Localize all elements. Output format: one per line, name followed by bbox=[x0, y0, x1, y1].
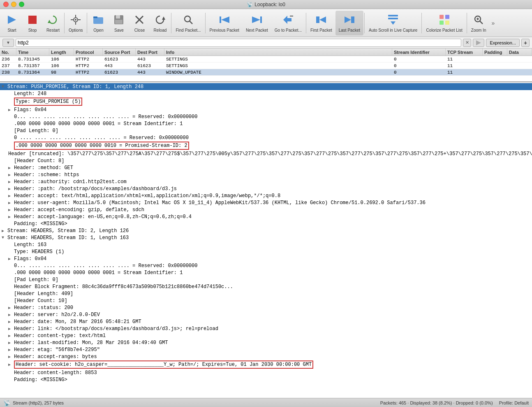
detail-row[interactable]: Length: 163 bbox=[0, 241, 532, 248]
detail-row[interactable]: Header: server: h2o/2.0.0-DEV bbox=[0, 311, 532, 318]
detail-row[interactable]: Length: 248 bbox=[0, 90, 532, 97]
detail-row[interactable]: 0... .... .... .... .... .... .... .... … bbox=[0, 262, 532, 269]
detail-row[interactable]: Type: PUSH_PROMISE (5) bbox=[0, 97, 532, 106]
expand-arrow[interactable] bbox=[8, 362, 14, 367]
packet-row[interactable]: 237 8.731357 106 HTTP2 443 61623 SETTING… bbox=[0, 63, 532, 69]
prev-packet-button[interactable]: Previous Packet bbox=[206, 11, 243, 35]
detail-row[interactable]: Header: etag: "56f8b7e4-2295" bbox=[0, 346, 532, 353]
expand-arrow[interactable] bbox=[8, 319, 14, 324]
filter-dropdown-button[interactable]: ▼ bbox=[2, 39, 14, 47]
detail-row[interactable]: Header: :authority: cdn1.http2test.com bbox=[0, 178, 532, 185]
detail-row[interactable]: .000 0000 0000 0000 0000 0000 0001 = Str… bbox=[0, 269, 532, 276]
expand-arrow[interactable] bbox=[8, 326, 14, 331]
close-file-label: Close bbox=[134, 28, 145, 33]
close-file-button[interactable]: Close bbox=[129, 11, 150, 35]
open-button[interactable]: Open bbox=[88, 11, 109, 35]
detail-row[interactable]: Header: date: Mon, 28 Mar 2016 05:48:21 … bbox=[0, 318, 532, 325]
detail-row[interactable]: Padding: <MISSING> bbox=[0, 376, 532, 383]
detail-row[interactable]: .000 0000 0000 0000 0000 0000 0001 = Str… bbox=[0, 120, 532, 127]
detail-row[interactable]: .000 0000 0000 0000 0000 0000 0010 = Pro… bbox=[0, 141, 532, 150]
detail-row[interactable]: Header: accept-encoding: gzip, deflate, … bbox=[0, 206, 532, 213]
last-packet-button[interactable]: Last Packet bbox=[335, 11, 363, 35]
detail-text: Length: 248 bbox=[14, 91, 46, 97]
detail-row[interactable]: [Header Length: 409] bbox=[0, 290, 532, 297]
filter-input[interactable] bbox=[16, 39, 461, 47]
detail-row[interactable]: Flags: 0x04 bbox=[0, 106, 532, 113]
detail-row[interactable]: Padding: <MISSING> bbox=[0, 220, 532, 227]
options-button[interactable]: Options bbox=[65, 11, 86, 35]
statusbar: 📡 Stream (http2), 257 bytes Packets: 465… bbox=[0, 398, 532, 407]
detail-row[interactable]: [Pad Length: 0] bbox=[0, 276, 532, 283]
reload-button[interactable]: Reload bbox=[150, 11, 170, 35]
goto-packet-button[interactable]: Go to Packet... bbox=[271, 11, 305, 35]
expand-arrow[interactable] bbox=[8, 186, 14, 191]
filter-clear-button[interactable]: ✕ bbox=[463, 39, 471, 47]
detail-row[interactable]: Header Block Fragment: 88c4c36da9fff8c46… bbox=[0, 283, 532, 290]
detail-row[interactable]: Header: content-type: text/html bbox=[0, 332, 532, 339]
expand-arrow[interactable] bbox=[8, 354, 14, 359]
detail-row[interactable]: Header: :status: 200 bbox=[0, 304, 532, 311]
expand-arrow[interactable] bbox=[8, 107, 14, 112]
zoomin-button[interactable]: Zoom In bbox=[468, 11, 490, 35]
add-filter-button[interactable]: + bbox=[521, 39, 530, 47]
detail-row[interactable]: Stream: PUSH_PROMISE, Stream ID: 1, Leng… bbox=[0, 83, 532, 90]
detail-row[interactable]: Header: content-length: 8853 bbox=[0, 369, 532, 376]
filterbar: ▼ ✕ Expression... + bbox=[0, 37, 532, 49]
expand-arrow[interactable] bbox=[8, 333, 14, 338]
detail-row[interactable]: [Header Count: 8] bbox=[0, 157, 532, 164]
expression-button[interactable]: Expression... bbox=[486, 39, 520, 47]
detail-row[interactable]: Header: last-modified: Mon, 28 Mar 2016 … bbox=[0, 339, 532, 346]
detail-row[interactable]: Type: HEADERS (1) bbox=[0, 248, 532, 255]
detail-row[interactable]: Stream: HEADERS, Stream ID: 1, Length 16… bbox=[0, 234, 532, 241]
expand-arrow[interactable] bbox=[8, 172, 14, 177]
expand-arrow[interactable] bbox=[8, 214, 14, 219]
packet-row[interactable]: 238 8.731364 98 HTTP2 61623 443 WINDOW_U… bbox=[0, 69, 532, 76]
expand-arrow[interactable] bbox=[2, 84, 7, 89]
detail-row[interactable]: [Pad Length: 0] bbox=[0, 127, 532, 134]
expand-arrow[interactable] bbox=[8, 200, 14, 205]
detail-row[interactable]: Header: accept-ranges: bytes bbox=[0, 353, 532, 360]
expand-arrow[interactable] bbox=[2, 228, 7, 233]
filter-apply-button[interactable] bbox=[473, 39, 484, 47]
expand-arrow[interactable] bbox=[8, 340, 14, 345]
save-button[interactable]: Save bbox=[109, 11, 129, 35]
detail-row[interactable]: Flags: 0x04 bbox=[0, 255, 532, 262]
expand-arrow[interactable] bbox=[8, 305, 14, 310]
detail-row[interactable]: 0 .... .... .... .... .... .... .... = R… bbox=[0, 134, 532, 141]
find-packet-button[interactable]: Find Packet... bbox=[172, 11, 204, 35]
restart-button[interactable]: Restart bbox=[43, 11, 63, 35]
first-packet-button[interactable]: First Packet bbox=[307, 11, 335, 35]
detail-text: Header: server: h2o/2.0.0-DEV bbox=[14, 312, 100, 318]
start-button[interactable]: Start bbox=[2, 11, 22, 35]
detail-row[interactable]: Header: :scheme: https bbox=[0, 171, 532, 178]
minimize-button[interactable] bbox=[11, 2, 16, 7]
close-button[interactable] bbox=[3, 2, 9, 7]
detail-row[interactable]: Header [truncated]: \357\277\275\357\277… bbox=[0, 150, 532, 157]
expand-arrow[interactable] bbox=[2, 235, 7, 240]
detail-row[interactable]: Header: :method: GET bbox=[0, 164, 532, 171]
colorize-button[interactable]: Colorize Packet List bbox=[423, 11, 465, 35]
maximize-button[interactable] bbox=[19, 2, 24, 7]
autoscroll-button[interactable]: Auto Scroll in Live Capture bbox=[365, 11, 421, 35]
expand-arrow[interactable] bbox=[8, 193, 14, 198]
expand-arrow[interactable] bbox=[8, 207, 14, 212]
detail-row[interactable]: Header: link: </bootstrap/docs/examples/… bbox=[0, 325, 532, 332]
detail-row[interactable]: Header: accept-language: en-US,en;q=0.8,… bbox=[0, 213, 532, 220]
next-packet-button[interactable]: Next Packet bbox=[243, 11, 271, 35]
expand-arrow[interactable] bbox=[8, 312, 14, 317]
detail-row[interactable]: 0... .... .... .... .... .... .... .... … bbox=[0, 113, 532, 120]
detail-row[interactable]: Header: set-cookie: h2o_casper=_________… bbox=[0, 360, 532, 369]
detail-row[interactable]: Header: accept: text/html,application/xh… bbox=[0, 192, 532, 199]
detail-row[interactable]: Stream: HEADERS, Stream ID: 2, Length 12… bbox=[0, 227, 532, 234]
expand-arrow[interactable] bbox=[8, 179, 14, 184]
svg-line-39 bbox=[480, 21, 483, 24]
detail-row[interactable]: [Header Count: 10] bbox=[0, 297, 532, 304]
expand-arrow[interactable] bbox=[8, 256, 14, 261]
expand-arrow[interactable] bbox=[8, 165, 14, 170]
more-button[interactable]: » bbox=[489, 11, 497, 35]
packet-row[interactable]: 236 8.731345 106 HTTP2 61623 443 SETTING… bbox=[0, 56, 532, 63]
expand-arrow[interactable] bbox=[8, 347, 14, 352]
stop-button[interactable]: Stop bbox=[22, 11, 43, 35]
detail-row[interactable]: Header: :path: /bootstrap/docs/examples/… bbox=[0, 185, 532, 192]
detail-row[interactable]: Header: user-agent: Mozilla/5.0 (Macinto… bbox=[0, 199, 532, 206]
